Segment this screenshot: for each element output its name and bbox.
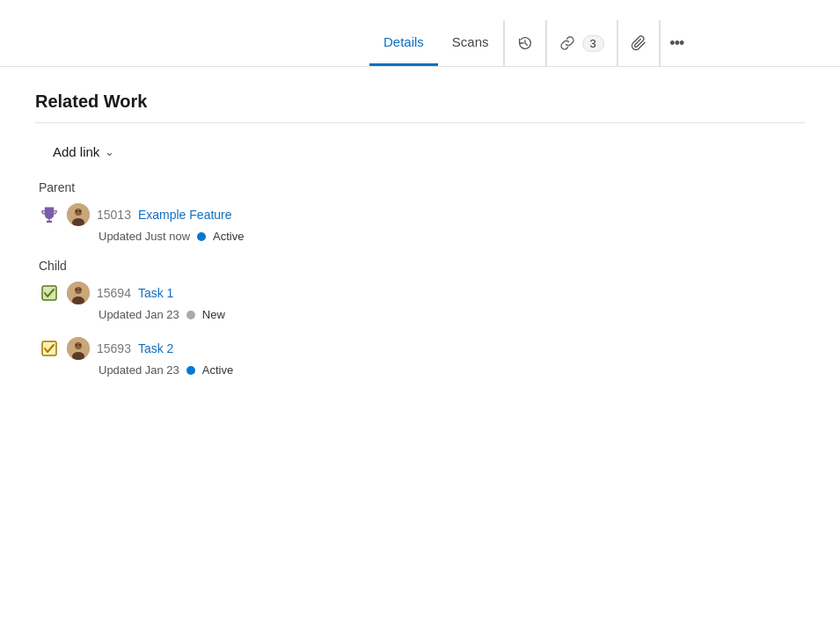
status-dot-new — [186, 311, 195, 319]
group-child-label: Child — [39, 259, 805, 273]
link-count-badge: 3 — [582, 35, 604, 52]
status-label: Active — [202, 363, 233, 377]
status-dot-active — [197, 232, 206, 241]
task-icon-gold — [39, 338, 60, 359]
add-link-label: Add link — [53, 144, 99, 159]
svg-point-16 — [76, 344, 77, 346]
item-meta: Updated Just now Active — [99, 230, 805, 243]
section-title: Related Work — [35, 92, 805, 112]
item-id: 15694 — [97, 286, 131, 300]
svg-rect-0 — [47, 221, 53, 223]
history-button[interactable] — [504, 20, 546, 66]
avatar — [67, 337, 90, 360]
item-link[interactable]: Task 1 — [138, 286, 173, 300]
history-icon — [517, 35, 533, 51]
updated-text: Updated Jan 23 — [99, 308, 179, 321]
item-row: 15694 Task 1 — [39, 282, 805, 304]
status-dot-active — [186, 366, 195, 375]
updated-text: Updated Jan 23 — [99, 363, 179, 377]
list-item: 15693 Task 2 Updated Jan 23 Active — [39, 337, 805, 377]
group-parent-label: Parent — [39, 180, 805, 194]
list-item: 15694 Task 1 Updated Jan 23 New — [39, 282, 805, 321]
list-item: 15013 Example Feature Updated Just now A… — [39, 203, 805, 243]
more-button[interactable]: ••• — [660, 20, 693, 66]
svg-point-17 — [79, 344, 81, 346]
tab-details[interactable]: Details — [369, 20, 438, 66]
trophy-icon — [39, 204, 60, 225]
tab-scans-label: Scans — [452, 34, 489, 49]
paperclip-icon — [631, 35, 646, 51]
item-meta: Updated Jan 23 New — [99, 308, 805, 321]
item-id: 15693 — [97, 341, 131, 355]
attachment-button[interactable] — [617, 20, 660, 66]
main-content: Related Work Add link ⌄ Parent — [0, 67, 840, 417]
svg-point-5 — [79, 210, 81, 212]
item-row: 15693 Task 2 — [39, 337, 805, 360]
item-meta: Updated Jan 23 Active — [99, 363, 805, 377]
updated-text: Updated Just now — [99, 230, 190, 243]
avatar — [67, 203, 90, 226]
group-parent: Parent — [35, 180, 805, 243]
tab-scans[interactable]: Scans — [438, 20, 503, 66]
tab-bar: Details Scans 3 ••• — [0, 0, 840, 67]
group-child: Child — [35, 259, 805, 377]
avatar — [67, 282, 90, 304]
link-badge-button[interactable]: 3 — [546, 20, 617, 66]
item-row: 15013 Example Feature — [39, 203, 805, 226]
svg-point-11 — [79, 289, 81, 290]
svg-point-10 — [76, 289, 77, 290]
task-icon — [39, 282, 60, 304]
status-label: New — [202, 308, 225, 321]
add-link-button[interactable]: Add link ⌄ — [53, 141, 114, 163]
more-dots-icon: ••• — [669, 34, 683, 53]
status-label: Active — [213, 230, 244, 243]
item-link[interactable]: Task 2 — [138, 341, 173, 355]
link-icon — [559, 35, 575, 51]
item-link[interactable]: Example Feature — [138, 208, 232, 222]
section-divider — [35, 122, 805, 123]
chevron-down-icon: ⌄ — [105, 145, 114, 158]
tab-details-label: Details — [383, 34, 424, 49]
svg-point-4 — [76, 210, 77, 212]
item-id: 15013 — [97, 208, 131, 222]
